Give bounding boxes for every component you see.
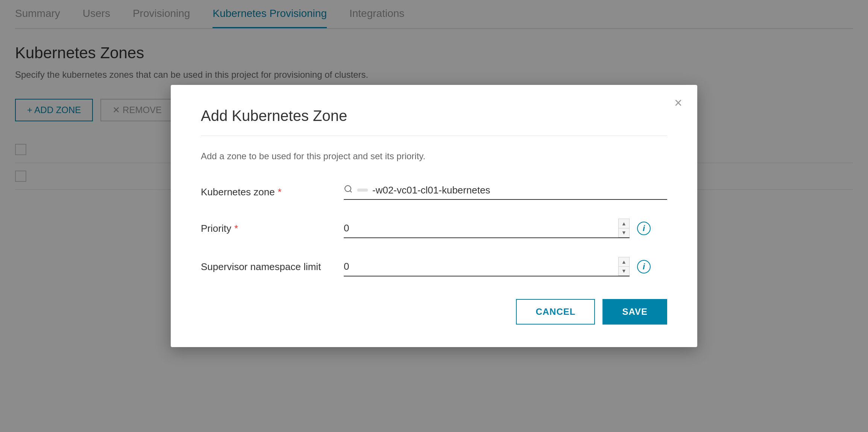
supervisor-namespace-info-icon[interactable]: i bbox=[637, 260, 651, 273]
kubernetes-zone-label: Kubernetes zone * bbox=[201, 186, 344, 198]
zone-value: -w02-vc01-cl01-kubernetes bbox=[372, 184, 667, 196]
supervisor-namespace-field-group: Supervisor namespace limit ▲ ▼ i bbox=[201, 257, 667, 276]
supervisor-namespace-down-button[interactable]: ▼ bbox=[619, 267, 629, 276]
add-kubernetes-zone-modal: × Add Kubernetes Zone Add a zone to be u… bbox=[171, 85, 697, 347]
kubernetes-zone-search[interactable]: -w02-vc01-cl01-kubernetes bbox=[344, 184, 667, 200]
priority-field-group: Priority * ▲ ▼ i bbox=[201, 219, 667, 238]
required-star-zone: * bbox=[278, 186, 282, 198]
zone-tag bbox=[357, 189, 368, 192]
priority-spinners: ▲ ▼ bbox=[618, 219, 630, 237]
supervisor-namespace-number-wrapper: ▲ ▼ bbox=[344, 257, 630, 276]
svg-point-0 bbox=[345, 186, 351, 192]
supervisor-namespace-input[interactable] bbox=[344, 258, 618, 275]
svg-line-1 bbox=[350, 191, 352, 192]
priority-label: Priority * bbox=[201, 223, 344, 234]
supervisor-namespace-up-button[interactable]: ▲ bbox=[619, 257, 629, 267]
required-star-priority: * bbox=[234, 223, 238, 234]
modal-divider bbox=[201, 136, 667, 136]
cancel-button[interactable]: CANCEL bbox=[516, 299, 595, 325]
modal-overlay: × Add Kubernetes Zone Add a zone to be u… bbox=[0, 0, 868, 432]
kubernetes-zone-input-wrapper: -w02-vc01-cl01-kubernetes bbox=[344, 184, 667, 200]
modal-title: Add Kubernetes Zone bbox=[201, 107, 667, 124]
kubernetes-zone-field-group: Kubernetes zone * -w02-vc01-cl01-kuberne… bbox=[201, 184, 667, 200]
modal-footer: CANCEL SAVE bbox=[201, 299, 667, 325]
priority-down-button[interactable]: ▼ bbox=[619, 228, 629, 237]
close-button[interactable]: × bbox=[674, 96, 682, 110]
search-icon bbox=[344, 184, 353, 196]
priority-info-icon[interactable]: i bbox=[637, 222, 651, 235]
modal-description: Add a zone to be used for this project a… bbox=[201, 151, 667, 162]
supervisor-namespace-label: Supervisor namespace limit bbox=[201, 261, 344, 273]
priority-number-wrapper: ▲ ▼ bbox=[344, 219, 630, 238]
priority-up-button[interactable]: ▲ bbox=[619, 219, 629, 228]
supervisor-namespace-spinners: ▲ ▼ bbox=[618, 257, 630, 276]
priority-input-wrapper: ▲ ▼ i bbox=[344, 219, 667, 238]
save-button[interactable]: SAVE bbox=[602, 299, 667, 325]
priority-input[interactable] bbox=[344, 219, 618, 237]
supervisor-namespace-input-wrapper: ▲ ▼ i bbox=[344, 257, 667, 276]
